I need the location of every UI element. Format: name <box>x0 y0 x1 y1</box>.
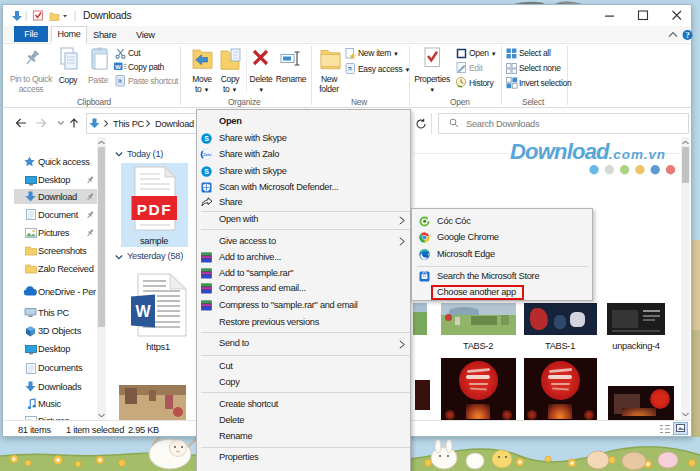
svg-text:S: S <box>204 135 209 142</box>
svg-text:PDF: PDF <box>137 201 173 218</box>
svg-text:Zalo: Zalo <box>203 153 211 157</box>
svg-text:S: S <box>204 168 209 175</box>
svg-text:W: W <box>115 64 121 70</box>
svg-text:?: ? <box>685 30 689 40</box>
svg-text:W: W <box>135 303 151 320</box>
